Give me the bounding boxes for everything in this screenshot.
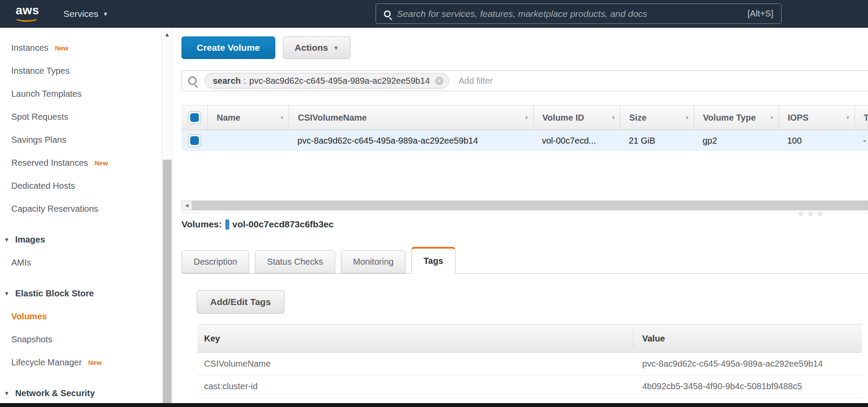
cell-volume-id: vol-00c7ecd...: [533, 136, 620, 146]
create-volume-button[interactable]: Create Volume: [182, 36, 275, 59]
new-badge: New: [95, 159, 108, 167]
vertical-scrollbar[interactable]: [162, 28, 173, 407]
filter-bar[interactable]: search : pvc-8ac9d62c-c645-495a-989a-ac2…: [182, 70, 868, 91]
sort-caret-icon: [524, 115, 529, 120]
top-navbar: aws Services [Alt+S]: [0, 0, 868, 28]
horizontal-scrollbar-thumb[interactable]: [192, 200, 868, 210]
tag-key: CSIVolumeName: [198, 359, 634, 369]
toolbar: Create Volume Actions: [182, 36, 868, 59]
panel-resize-handle[interactable]: [799, 212, 822, 216]
tag-value: 4b092cb5-3458-4f90-9b4c-5081bf9488c5: [634, 381, 862, 391]
search-icon: [188, 76, 197, 85]
column-header-volume-type[interactable]: Volume Type: [694, 105, 779, 130]
scroll-up-arrow-icon[interactable]: [162, 31, 172, 38]
sort-caret-icon: [611, 115, 616, 120]
search-shortcut-hint: [Alt+S]: [748, 9, 773, 19]
tab-tags[interactable]: Tags: [411, 247, 455, 274]
tags-table: Key Value CSIVolumeName pvc-8ac9d62c-c64…: [198, 324, 862, 398]
tags-table-header: Key Value: [198, 324, 862, 353]
sidebar-section-network-security[interactable]: Network & Security: [0, 382, 162, 405]
add-filter-button[interactable]: Add filter: [459, 76, 493, 86]
sidebar-item-volumes[interactable]: Volumes: [0, 305, 162, 328]
sidebar-item-savings-plans[interactable]: Savings Plans: [0, 128, 162, 151]
row-checkbox[interactable]: [188, 134, 201, 147]
sidebar-item-instance-types[interactable]: Instance Types: [0, 59, 162, 82]
new-badge: New: [88, 359, 102, 366]
volumes-table-header: Name CSIVolumeName Volume ID Size: [182, 105, 868, 130]
actions-button[interactable]: Actions: [283, 36, 351, 59]
ec2-sidebar: Instances New Instance Types Launch Temp…: [0, 28, 162, 407]
detail-volume-id: vol-00c7ecd873c6fb3ec: [232, 219, 334, 230]
window-bottom-edge: [0, 403, 868, 407]
services-menu-button[interactable]: Services: [63, 9, 108, 19]
sidebar-item-snapshots[interactable]: Snapshots: [0, 328, 162, 351]
column-header-volume-id[interactable]: Volume ID: [533, 105, 620, 130]
vertical-scrollbar-thumb[interactable]: [163, 160, 172, 407]
cell-volume-type: gp2: [694, 136, 779, 146]
column-header-csivolumename[interactable]: CSIVolumeName: [289, 105, 533, 130]
cell-iops: 100: [779, 136, 855, 146]
cell-throughput: -: [855, 136, 868, 146]
column-header-throughput[interactable]: T: [855, 105, 868, 130]
horizontal-scrollbar[interactable]: [182, 200, 868, 210]
panel-divider: [182, 213, 868, 213]
sort-caret-icon: [845, 115, 850, 120]
aws-smile-icon: [14, 14, 39, 22]
scroll-left-arrow-icon[interactable]: [182, 200, 192, 210]
sort-caret-icon: [280, 115, 284, 120]
new-badge: New: [55, 44, 69, 52]
search-icon: [384, 10, 391, 17]
add-edit-tags-button[interactable]: Add/Edit Tags: [197, 290, 284, 314]
tab-status-checks[interactable]: Status Checks: [255, 250, 335, 273]
volumes-table: Name CSIVolumeName Volume ID Size: [182, 105, 868, 151]
tags-value-header: Value: [634, 334, 862, 344]
close-icon[interactable]: [435, 77, 443, 85]
column-header-name[interactable]: Name: [208, 105, 289, 130]
cell-csivolumename: pvc-8ac9d62c-c645-495a-989a-ac292ee59b14: [289, 136, 533, 146]
selection-indicator-bar: [225, 220, 229, 230]
detail-tabs: Description Status Checks Monitoring Tag…: [182, 247, 868, 274]
sidebar-item-dedicated-hosts[interactable]: Dedicated Hosts: [0, 174, 162, 197]
column-header-size[interactable]: Size: [620, 105, 694, 130]
sidebar-item-reserved-instances[interactable]: Reserved Instances New: [0, 151, 162, 174]
sidebar-item-lifecycle-manager[interactable]: Lifecycle Manager New: [0, 351, 162, 374]
sidebar-item-amis[interactable]: AMIs: [0, 251, 162, 274]
row-select-cell: [182, 134, 208, 147]
global-search-box[interactable]: [Alt+S]: [376, 3, 782, 24]
sidebar-section-images[interactable]: Images: [0, 228, 162, 251]
sort-caret-icon: [685, 115, 690, 120]
filter-separator: :: [244, 76, 246, 86]
sort-caret-icon: [769, 115, 774, 120]
tag-row[interactable]: cast:cluster-id 4b092cb5-3458-4f90-9b4c-…: [198, 375, 862, 398]
sidebar-item-instances[interactable]: Instances New: [0, 36, 162, 59]
aws-console-window: aws Services [Alt+S] Instances New Insta…: [0, 0, 868, 407]
chevron-down-icon: [333, 45, 339, 51]
filter-key: search: [213, 76, 241, 86]
tag-key: cast:cluster-id: [198, 381, 634, 391]
table-row-selected[interactable]: pvc-8ac9d62c-c645-495a-989a-ac292ee59b14…: [182, 130, 868, 151]
cell-size: 21 GiB: [620, 136, 694, 146]
aws-logo[interactable]: aws: [16, 4, 41, 23]
sidebar-item-capacity-reservations[interactable]: Capacity Reservations: [0, 197, 162, 220]
triangle-down-icon: [4, 236, 10, 243]
tag-value: pvc-8ac9d62c-c645-495a-989a-ac292ee59b14: [634, 359, 862, 369]
tags-key-header: Key: [198, 330, 634, 347]
detail-panel-title: Volumes: vol-00c7ecd873c6fb3ec: [182, 219, 868, 230]
select-all-cell: [182, 105, 208, 130]
tab-monitoring[interactable]: Monitoring: [341, 250, 406, 273]
tag-row[interactable]: CSIVolumeName pvc-8ac9d62c-c645-495a-989…: [198, 353, 862, 375]
column-header-iops[interactable]: IOPS: [779, 105, 855, 130]
services-label: Services: [63, 9, 99, 19]
sidebar-item-spot-requests[interactable]: Spot Requests: [0, 105, 162, 128]
detail-title-label: Volumes:: [182, 219, 222, 230]
tab-description[interactable]: Description: [182, 250, 249, 273]
filter-value: pvc-8ac9d62c-c645-495a-989a-ac292ee59b14: [249, 76, 430, 86]
content-area: Instances New Instance Types Launch Temp…: [0, 28, 868, 407]
select-all-checkbox[interactable]: [188, 111, 201, 124]
sidebar-section-elastic-block-store[interactable]: Elastic Block Store: [0, 282, 162, 305]
sidebar-item-launch-templates[interactable]: Launch Templates: [0, 82, 162, 105]
global-search-input[interactable]: [397, 9, 742, 19]
filter-tag-search[interactable]: search : pvc-8ac9d62c-c645-495a-989a-ac2…: [205, 73, 449, 89]
triangle-down-icon: [4, 290, 10, 297]
triangle-down-icon: [4, 390, 10, 397]
